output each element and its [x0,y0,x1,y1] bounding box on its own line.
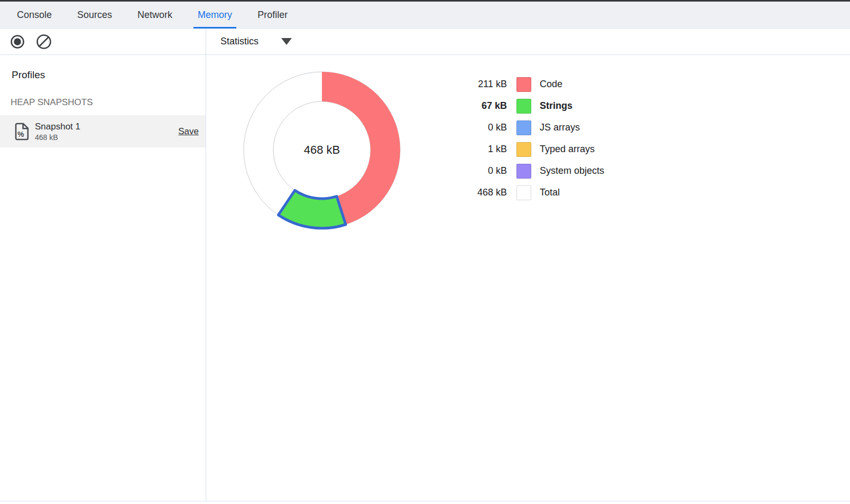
heap-snapshot-icon: % [15,123,29,141]
legend-value: 0 kB [449,122,507,133]
legend-swatch [516,120,531,135]
donut-slice-strings[interactable] [279,190,346,228]
legend-value: 0 kB [449,165,507,176]
chart-legend: 211 kB Code 67 kB Strings 0 kB JS arrays… [449,73,604,203]
legend-row-system-objects[interactable]: 0 kB System objects [449,160,604,182]
clear-profiles-button[interactable] [36,34,52,50]
legend-swatch [516,185,531,200]
sidebar-item-snapshot-1[interactable]: % Snapshot 1 468 kB Save [0,115,206,147]
tab-bar: ConsoleSourcesNetworkMemoryProfiler [0,2,850,29]
heap-snapshots-section-heading: HEAP SNAPSHOTS [11,97,206,108]
profiles-heading: Profiles [12,69,206,81]
legend-label: System objects [540,165,604,176]
legend-label: Typed arrays [540,144,595,155]
legend-label: Total [540,187,560,198]
perspective-select-value: Statistics [220,36,258,47]
save-snapshot-link[interactable]: Save [178,126,199,137]
legend-row-js-arrays[interactable]: 0 kB JS arrays [449,117,604,138]
legend-row-typed-arrays[interactable]: 1 kB Typed arrays [449,138,604,160]
record-heap-snapshot-button[interactable] [10,34,25,50]
tab-sources[interactable]: Sources [64,2,125,28]
snapshot-size: 468 kB [35,133,80,142]
legend-label: Code [540,79,562,90]
chevron-down-icon [281,38,292,45]
legend-swatch [516,142,531,157]
clear-icon [36,34,52,50]
tab-network[interactable]: Network [125,2,185,28]
legend-swatch [516,99,531,114]
tab-memory[interactable]: Memory [185,2,245,28]
legend-row-code[interactable]: 211 kB Code [449,73,604,95]
legend-value: 67 kB [449,100,507,111]
donut-center-label: 468 kB [285,143,359,157]
tab-console[interactable]: Console [4,2,64,28]
legend-row-strings[interactable]: 67 kB Strings [449,95,604,117]
panel-toolbar: Statistics [0,29,850,55]
toolbar-left [0,29,206,54]
profiles-sidebar: Profiles HEAP SNAPSHOTS % Snapshot 1 468… [0,55,206,501]
legend-value: 211 kB [449,79,507,90]
snapshot-title: Snapshot 1 [35,122,80,132]
legend-label: Strings [540,100,572,111]
legend-label: JS arrays [540,122,580,133]
legend-value: 468 kB [449,187,507,198]
panel-content: Profiles HEAP SNAPSHOTS % Snapshot 1 468… [0,55,850,501]
snapshot-text: Snapshot 1 468 kB [35,122,80,142]
legend-swatch [516,164,531,179]
legend-row-total[interactable]: 468 kB Total [449,182,604,203]
record-icon [10,34,25,49]
panel-bottom-divider [0,501,850,501]
toolbar-right: Statistics [206,29,850,54]
perspective-select[interactable]: Statistics [220,36,292,47]
legend-value: 1 kB [449,144,507,155]
svg-text:%: % [17,130,24,138]
legend-swatch [516,77,531,92]
statistics-view: 468 kB 211 kB Code 67 kB Strings 0 kB JS… [206,55,850,501]
tab-profiler[interactable]: Profiler [245,2,300,28]
